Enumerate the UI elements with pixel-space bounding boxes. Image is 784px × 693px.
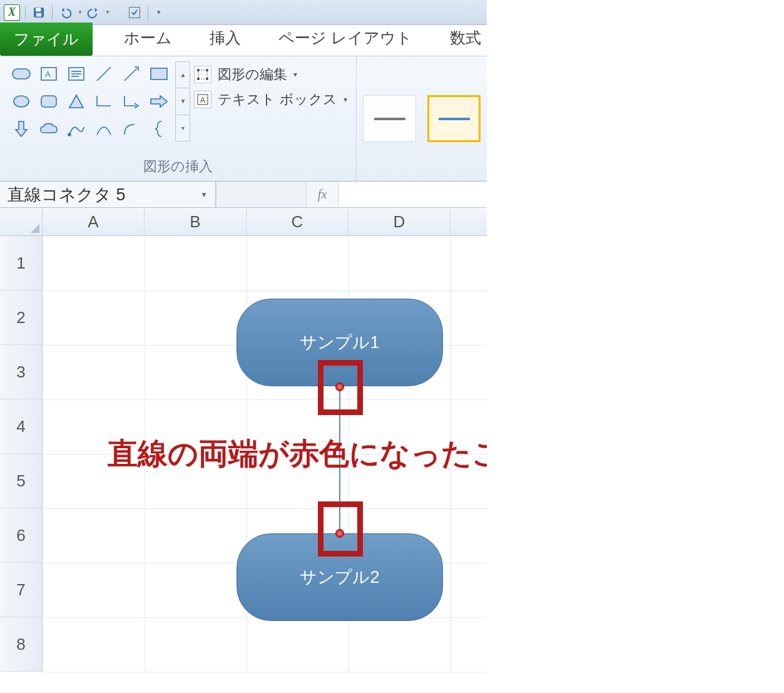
shape-edit-controls: 図形の編集 ▾ A テキスト ボックス ▾ bbox=[194, 61, 347, 141]
svg-rect-16 bbox=[198, 70, 207, 79]
col-header-A[interactable]: A bbox=[43, 208, 145, 235]
shape-brace-icon[interactable] bbox=[146, 116, 171, 141]
shape-textbox-a-icon[interactable]: A bbox=[36, 61, 61, 86]
separator bbox=[148, 6, 148, 19]
shape-right-arrow-icon[interactable] bbox=[146, 89, 171, 114]
fx-button[interactable]: fx bbox=[307, 187, 338, 202]
formula-buttons-area bbox=[216, 182, 307, 207]
svg-text:A: A bbox=[200, 96, 205, 105]
name-box-dropdown-icon[interactable]: ▼ bbox=[200, 190, 208, 199]
shapes-gallery-scroll[interactable]: ▲ ▼ ▾ bbox=[175, 61, 190, 141]
line-style-2-selected[interactable] bbox=[427, 95, 481, 142]
row-header-1[interactable]: 1 bbox=[0, 236, 42, 290]
svg-rect-1 bbox=[36, 8, 41, 11]
row-headers: 1 2 3 4 5 6 7 8 bbox=[0, 236, 43, 672]
shape-cloud-icon[interactable] bbox=[36, 116, 61, 141]
shape-rounded-rect2-icon[interactable] bbox=[36, 89, 61, 114]
svg-point-17 bbox=[197, 69, 200, 71]
scroll-down-icon[interactable]: ▼ bbox=[176, 88, 190, 115]
excel-app-icon: X bbox=[4, 4, 20, 21]
row-header-4[interactable]: 4 bbox=[0, 399, 42, 454]
redo-button[interactable] bbox=[85, 4, 101, 21]
annotation-highlight-box-bottom bbox=[318, 501, 363, 557]
edit-shape-icon bbox=[194, 66, 211, 83]
checkbox-button[interactable] bbox=[126, 4, 143, 21]
name-box-value: 直線コネクタ 5 bbox=[8, 183, 126, 206]
shape-arrow-line-icon[interactable] bbox=[119, 61, 144, 86]
svg-text:A: A bbox=[45, 69, 51, 79]
tab-home[interactable]: ホーム bbox=[105, 20, 191, 56]
shape-styles-group bbox=[357, 56, 487, 181]
shape-rounded-rect-icon[interactable] bbox=[9, 61, 34, 86]
svg-rect-14 bbox=[41, 96, 56, 107]
shape-rect-icon[interactable] bbox=[146, 61, 171, 86]
svg-line-11 bbox=[125, 68, 137, 81]
separator bbox=[52, 6, 53, 19]
text-box-button[interactable]: A テキスト ボックス ▾ bbox=[194, 90, 347, 109]
crop-mask-sheet bbox=[487, 208, 784, 693]
redo-dropdown[interactable]: ▼ bbox=[105, 9, 110, 15]
shapes-group-label: 図形の挿入 bbox=[143, 157, 213, 178]
shape-sample1-label: サンプル1 bbox=[300, 331, 379, 354]
text-box-icon: A bbox=[194, 91, 211, 108]
name-box[interactable]: 直線コネクタ 5 ▼ bbox=[0, 182, 216, 207]
crop-mask bbox=[487, 0, 784, 208]
edit-shape-button[interactable]: 図形の編集 ▾ bbox=[194, 65, 347, 84]
svg-point-13 bbox=[14, 96, 29, 107]
row-header-2[interactable]: 2 bbox=[0, 290, 42, 345]
shape-line-icon[interactable] bbox=[91, 61, 116, 86]
text-box-label: テキスト ボックス bbox=[218, 90, 337, 109]
svg-point-15 bbox=[68, 133, 71, 136]
row-header-5[interactable]: 5 bbox=[0, 454, 42, 508]
check-icon bbox=[129, 7, 140, 18]
edit-shape-label: 図形の編集 bbox=[218, 65, 287, 84]
save-button[interactable] bbox=[31, 4, 47, 21]
shape-down-arrow-icon[interactable] bbox=[9, 116, 34, 141]
svg-line-10 bbox=[97, 67, 111, 81]
undo-dropdown[interactable]: ▼ bbox=[78, 9, 83, 15]
col-header-D[interactable]: D bbox=[349, 208, 451, 235]
tab-page-layout[interactable]: ページ レイアウト bbox=[260, 20, 431, 56]
shape-curve-icon[interactable] bbox=[64, 116, 89, 141]
shapes-gallery[interactable]: A bbox=[9, 61, 171, 141]
separator bbox=[25, 6, 26, 19]
col-header-B[interactable]: B bbox=[145, 208, 247, 235]
shape-sample2-label: サンプル2 bbox=[300, 566, 379, 588]
qat-customize-dropdown[interactable]: ▾ bbox=[157, 8, 161, 16]
shape-elbow-icon[interactable] bbox=[91, 89, 116, 114]
col-header-C[interactable]: C bbox=[247, 208, 349, 235]
shape-ellipse-icon[interactable] bbox=[9, 89, 34, 114]
svg-point-19 bbox=[197, 78, 200, 80]
svg-point-20 bbox=[206, 78, 208, 80]
tab-file[interactable]: ファイル bbox=[0, 23, 93, 56]
tab-insert[interactable]: 挿入 bbox=[191, 20, 260, 56]
shape-arc2-icon[interactable] bbox=[119, 116, 144, 141]
row-header-6[interactable]: 6 bbox=[0, 508, 42, 563]
shape-arc-icon[interactable] bbox=[91, 116, 116, 141]
svg-rect-12 bbox=[151, 68, 167, 80]
annotation-highlight-box-top bbox=[318, 360, 363, 415]
row-header-7[interactable]: 7 bbox=[0, 563, 42, 617]
scroll-up-icon[interactable]: ▲ bbox=[176, 62, 190, 88]
row-header-8[interactable]: 8 bbox=[0, 617, 42, 672]
row-header-3[interactable]: 3 bbox=[0, 345, 42, 399]
shapes-insert-group: A ▲ ▼ bbox=[0, 56, 357, 181]
shape-textbox-lines-icon[interactable] bbox=[64, 61, 89, 86]
shape-triangle-icon[interactable] bbox=[64, 89, 89, 114]
svg-rect-2 bbox=[36, 13, 41, 16]
undo-button[interactable] bbox=[58, 4, 74, 21]
line-style-1[interactable] bbox=[363, 95, 416, 142]
svg-rect-3 bbox=[13, 69, 30, 79]
shape-elbow-arrow-icon[interactable] bbox=[119, 89, 144, 114]
select-all-corner[interactable] bbox=[0, 208, 43, 235]
scroll-expand-icon[interactable]: ▾ bbox=[176, 115, 190, 141]
svg-point-18 bbox=[206, 69, 208, 71]
